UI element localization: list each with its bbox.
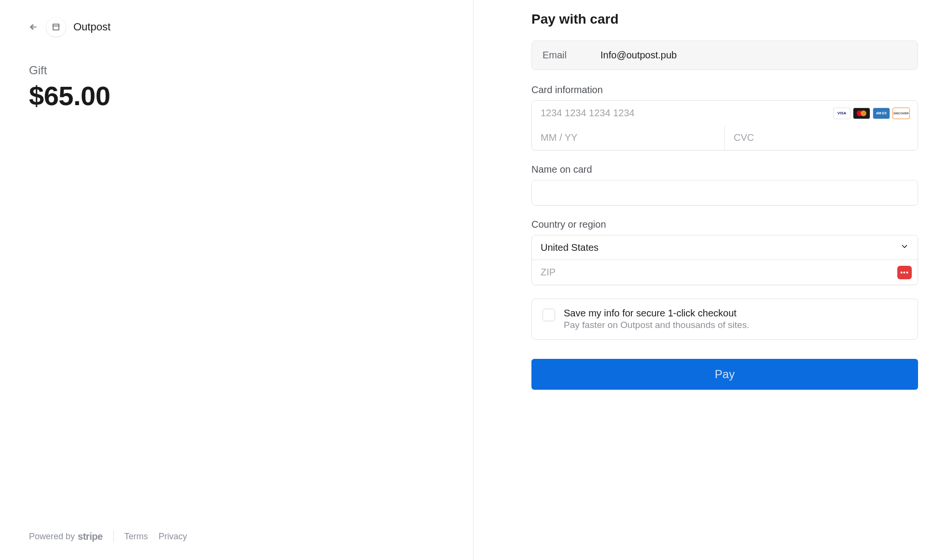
card-expiry-field[interactable] (532, 125, 724, 150)
product-price: $65.00 (29, 80, 445, 111)
country-field-group: United States ••• (531, 235, 918, 285)
save-info-sublabel: Pay faster on Outpost and thousands of s… (564, 320, 749, 330)
name-input[interactable] (541, 187, 909, 198)
merchant-logo (46, 17, 66, 37)
email-display: Email Info@outpost.pub (531, 41, 918, 70)
card-cvc-input[interactable] (734, 132, 909, 143)
card-section-label: Card information (531, 84, 918, 96)
name-field-group (531, 180, 918, 205)
terms-link[interactable]: Terms (125, 532, 148, 542)
merchant-name: Outpost (73, 21, 111, 33)
payment-panel: Pay with card Email Info@outpost.pub Car… (474, 0, 947, 560)
privacy-link[interactable]: Privacy (159, 532, 187, 542)
zip-input[interactable] (541, 267, 909, 278)
email-value: Info@outpost.pub (600, 50, 677, 61)
product-name: Gift (29, 64, 445, 77)
stripe-logo: stripe (78, 531, 102, 542)
card-number-field[interactable]: VISA AM EX DISCOVER (532, 101, 918, 125)
country-select[interactable]: United States (541, 242, 909, 253)
name-section-label: Name on card (531, 164, 918, 175)
card-cvc-field[interactable] (724, 125, 918, 150)
card-field-group: VISA AM EX DISCOVER (531, 100, 918, 150)
powered-by-label: Powered by (29, 532, 75, 542)
amex-icon: AM EX (873, 108, 890, 119)
name-field[interactable] (532, 180, 918, 205)
card-expiry-input[interactable] (541, 132, 716, 143)
card-brand-icons: VISA AM EX DISCOVER (833, 108, 910, 119)
country-section-label: Country or region (531, 219, 918, 230)
save-info-box: Save my info for secure 1-click checkout… (531, 299, 918, 340)
zip-field[interactable]: ••• (532, 260, 918, 285)
powered-by-stripe[interactable]: Powered by stripe (29, 531, 103, 542)
back-arrow-icon[interactable] (29, 23, 38, 31)
summary-panel: Outpost Gift $65.00 Powered by stripe Te… (0, 0, 474, 560)
footer-divider (113, 530, 114, 543)
autofill-icon[interactable]: ••• (897, 266, 912, 279)
page-title: Pay with card (531, 12, 918, 27)
mastercard-icon (853, 108, 870, 119)
country-field[interactable]: United States (532, 235, 918, 260)
pay-button[interactable]: Pay (531, 359, 918, 390)
email-label: Email (543, 50, 567, 61)
discover-icon: DISCOVER (892, 108, 910, 119)
visa-icon: VISA (833, 108, 850, 119)
save-info-checkbox[interactable] (543, 309, 555, 321)
save-info-label: Save my info for secure 1-click checkout (564, 308, 749, 319)
